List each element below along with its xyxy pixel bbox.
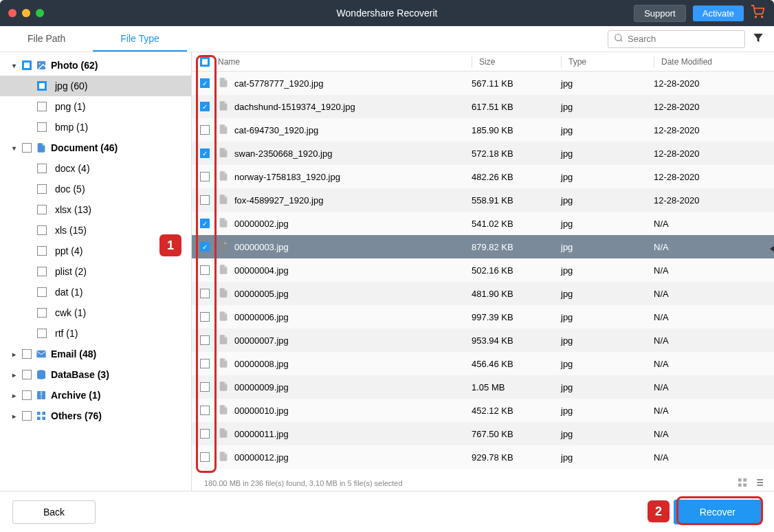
- grid-view-icon[interactable]: [737, 477, 748, 489]
- item-checkbox[interactable]: [37, 287, 47, 297]
- category-checkbox[interactable]: [22, 60, 32, 70]
- sidebar-item[interactable]: bmp (1): [0, 117, 191, 137]
- table-row[interactable]: cat-5778777_1920.jpg567.11 KBjpg12-28-20…: [192, 71, 774, 95]
- row-checkbox[interactable]: [200, 242, 210, 252]
- sidebar-item[interactable]: docx (4): [0, 158, 191, 179]
- row-checkbox[interactable]: [200, 359, 210, 368]
- table-row[interactable]: 00000002.jpg541.02 KBjpgN/A: [192, 212, 774, 235]
- category-checkbox[interactable]: [22, 390, 32, 400]
- table-row[interactable]: 00000011.jpg767.50 KBjpgN/A: [192, 422, 774, 445]
- item-checkbox[interactable]: [37, 329, 47, 338]
- row-checkbox[interactable]: [200, 335, 210, 345]
- sidebar-item[interactable]: doc (5): [0, 179, 191, 199]
- sidebar-item[interactable]: jpg (60): [0, 76, 191, 96]
- item-checkbox[interactable]: [37, 164, 47, 173]
- table-row[interactable]: 00000012.jpg929.78 KBjpgN/A: [192, 445, 774, 469]
- list-view-icon[interactable]: [753, 477, 764, 489]
- sidebar-category[interactable]: ▸Archive (1): [0, 385, 191, 406]
- category-checkbox[interactable]: [22, 370, 32, 379]
- close-window-button[interactable]: [8, 9, 16, 17]
- tab-file-type[interactable]: File Type: [93, 26, 187, 52]
- sidebar-item[interactable]: dat (1): [0, 282, 191, 302]
- select-all-checkbox[interactable]: [200, 57, 210, 67]
- search-box[interactable]: [608, 30, 745, 48]
- row-checkbox[interactable]: [200, 148, 210, 158]
- item-checkbox[interactable]: [37, 246, 47, 256]
- row-checkbox[interactable]: [200, 382, 210, 392]
- sidebar-item[interactable]: plist (2): [0, 261, 191, 282]
- item-checkbox[interactable]: [37, 225, 47, 235]
- category-checkbox[interactable]: [22, 349, 32, 359]
- table-row[interactable]: 00000006.jpg997.39 KBjpgN/A: [192, 305, 774, 329]
- svg-rect-15: [743, 483, 747, 487]
- row-checkbox[interactable]: [200, 172, 210, 181]
- search-input[interactable]: [628, 34, 739, 44]
- cart-icon[interactable]: [751, 5, 764, 21]
- table-row[interactable]: swan-2350668_1920.jpg572.18 KBjpg12-28-2…: [192, 142, 774, 165]
- row-checkbox[interactable]: [200, 312, 210, 322]
- header-name[interactable]: Name: [218, 57, 472, 67]
- table-row[interactable]: 00000010.jpg452.12 KBjpgN/A: [192, 399, 774, 422]
- svg-point-1: [762, 16, 763, 18]
- file-icon: [218, 334, 229, 347]
- row-checkbox[interactable]: [200, 102, 210, 111]
- header-type[interactable]: Type: [561, 56, 654, 68]
- category-checkbox[interactable]: [22, 411, 32, 421]
- item-checkbox[interactable]: [37, 267, 47, 276]
- item-checkbox[interactable]: [37, 81, 47, 91]
- sidebar-category[interactable]: ▸Others (76): [0, 406, 191, 426]
- row-checkbox[interactable]: [200, 195, 210, 205]
- minimize-window-button[interactable]: [22, 9, 30, 17]
- row-checkbox[interactable]: [200, 265, 210, 275]
- header-size[interactable]: Size: [472, 56, 561, 68]
- maximize-window-button[interactable]: [36, 9, 44, 17]
- item-checkbox[interactable]: [37, 205, 47, 214]
- header-date[interactable]: Date Modified: [654, 56, 774, 68]
- activate-button[interactable]: Activate: [693, 5, 744, 21]
- item-label: plist (2): [55, 266, 87, 277]
- table-row[interactable]: fox-4589927_1920.jpg558.91 KBjpg12-28-20…: [192, 188, 774, 212]
- category-label: Archive (1): [51, 390, 100, 401]
- support-button[interactable]: Support: [634, 5, 686, 22]
- sidebar-item[interactable]: rtf (1): [0, 323, 191, 344]
- row-checkbox[interactable]: [200, 125, 210, 135]
- file-size: 997.39 KB: [472, 312, 561, 322]
- file-type: jpg: [561, 125, 654, 135]
- row-checkbox[interactable]: [200, 452, 210, 462]
- table-row[interactable]: 00000005.jpg481.90 KBjpgN/A: [192, 282, 774, 305]
- table-row[interactable]: norway-1758183_1920.jpg482.26 KBjpg12-28…: [192, 165, 774, 188]
- sidebar-category[interactable]: ▸Email (48): [0, 344, 191, 364]
- row-checkbox[interactable]: [200, 429, 210, 439]
- sidebar-category[interactable]: ▾Document (46): [0, 137, 191, 158]
- table-row[interactable]: 00000009.jpg1.05 MBjpgN/A: [192, 375, 774, 399]
- sidebar-item[interactable]: cwk (1): [0, 302, 191, 323]
- table-row[interactable]: dachshund-1519374_1920.jpg617.51 KBjpg12…: [192, 95, 774, 118]
- item-checkbox[interactable]: [37, 184, 47, 194]
- table-row[interactable]: 00000004.jpg502.16 KBjpgN/A: [192, 258, 774, 282]
- item-checkbox[interactable]: [37, 122, 47, 132]
- row-checkbox[interactable]: [200, 406, 210, 415]
- row-checkbox[interactable]: [200, 289, 210, 298]
- chevron-right-icon: ▸: [10, 392, 18, 399]
- item-checkbox[interactable]: [37, 308, 47, 318]
- filter-icon[interactable]: [752, 32, 764, 47]
- table-row[interactable]: 00000007.jpg953.94 KBjpgN/A: [192, 329, 774, 352]
- row-checkbox[interactable]: [200, 219, 210, 228]
- sidebar-category[interactable]: ▾Photo (62): [0, 55, 191, 76]
- table-row[interactable]: cat-694730_1920.jpg185.90 KBjpg12-28-202…: [192, 118, 774, 142]
- table-row[interactable]: 00000008.jpg456.46 KBjpgN/A: [192, 352, 774, 375]
- tab-file-path[interactable]: File Path: [0, 26, 93, 52]
- file-date: N/A: [654, 265, 774, 276]
- file-name: fox-4589927_1920.jpg: [234, 195, 323, 206]
- sidebar-category[interactable]: ▸DataBase (3): [0, 364, 191, 385]
- sidebar-item[interactable]: png (1): [0, 96, 191, 117]
- back-button[interactable]: Back: [12, 500, 96, 524]
- item-checkbox[interactable]: [37, 102, 47, 111]
- search-icon: [614, 33, 623, 45]
- category-checkbox[interactable]: [22, 143, 32, 153]
- recover-button[interactable]: Recover: [674, 500, 762, 524]
- sidebar-item[interactable]: xlsx (13): [0, 199, 191, 220]
- file-size: 929.78 KB: [472, 452, 561, 463]
- row-checkbox[interactable]: [200, 78, 210, 88]
- table-row[interactable]: 00000003.jpg879.82 KBjpgN/A: [192, 235, 774, 258]
